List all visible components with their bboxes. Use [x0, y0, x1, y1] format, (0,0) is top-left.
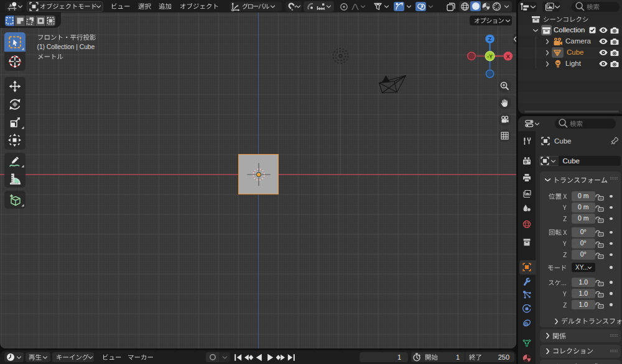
svg-text:-Y: -Y [487, 53, 493, 60]
svg-text:Z: Z [488, 36, 492, 42]
svg-text:X: X [506, 53, 510, 60]
